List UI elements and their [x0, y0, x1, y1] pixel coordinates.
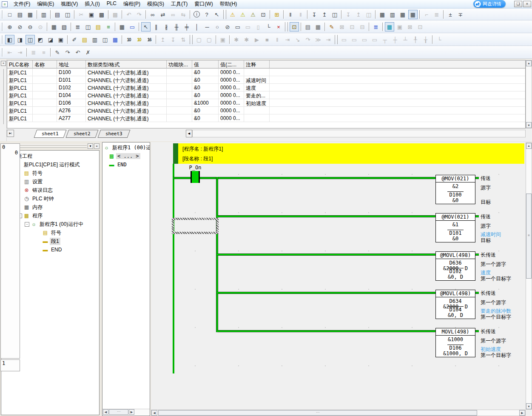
differential-trace[interactable]: ⌐ [422, 10, 431, 19]
cancel-online-edit[interactable]: ⊟ [358, 22, 367, 31]
send-online-edit[interactable]: ⊠ [337, 22, 347, 31]
watch-row[interactable]: 新PLC1 D106 CHANNEL (十六进制,通道) &1000 0000 … [7, 99, 525, 107]
mark-pen[interactable]: ✎ [53, 48, 62, 57]
sim-window-2[interactable]: ▢ [205, 35, 214, 44]
force-cancel-all[interactable]: ⇅ [179, 35, 188, 44]
wire-tool-3[interactable]: ┴ [401, 35, 410, 44]
replace[interactable]: ⇄ [158, 10, 168, 19]
toggle-project-workspace[interactable]: ◧ [5, 35, 14, 44]
open-file[interactable]: ▤ [15, 10, 25, 19]
swap-reverse[interactable]: ↶ [73, 48, 83, 57]
menu-item[interactable]: PLC [103, 0, 120, 9]
column-header-comment[interactable]: 注释 [244, 60, 270, 68]
align-list-2[interactable]: ≡ [39, 48, 48, 57]
sim-scan-run[interactable]: ⇥ [324, 35, 333, 44]
watch-row[interactable]: 新PLC1 D100 CHANNEL (十六进制,通道) &0 0000 0..… [7, 68, 525, 76]
scroll-thumb[interactable]: ≡ [526, 194, 532, 279]
sheet-tab[interactable]: sheet1 [34, 130, 67, 138]
hr-edit-3[interactable]: ⊡ [415, 22, 425, 31]
instruction-box[interactable]: @MOVL(498) D636 &2000, D D102 &0, D [435, 251, 475, 281]
wire-tool-5[interactable]: ╁ [421, 35, 430, 44]
transfer-to-plc[interactable]: ↧ [310, 10, 319, 19]
data-trace-window[interactable]: ▦ [398, 10, 407, 19]
wire-return[interactable]: └ [435, 35, 444, 44]
show-properties[interactable]: ▣ [56, 35, 65, 44]
zoom-in[interactable]: ⊕ [5, 22, 14, 31]
compare-with-plc[interactable]: ◫ [330, 10, 339, 19]
tab-scroll-left-button[interactable]: ◀ [186, 130, 192, 137]
io-condition-4[interactable]: ▭ [370, 35, 379, 44]
new-closed-coil[interactable]: ⊘ [223, 22, 232, 31]
workspace-dropdown-button[interactable]: ▾ [88, 143, 93, 149]
sim-continuous-step[interactable]: ≫ [313, 35, 323, 44]
scroll-left-button[interactable]: ◀ [103, 409, 108, 415]
transfer-from-plc[interactable]: ↥ [320, 10, 329, 19]
select-tool[interactable]: ↖ [141, 22, 151, 31]
toggle-monitoring[interactable]: ⊡ [290, 22, 299, 31]
new-file[interactable]: □ [5, 10, 14, 19]
online-check[interactable]: ⚠ [248, 10, 258, 19]
tree-expand-box[interactable]: - [25, 222, 29, 227]
io-condition-1[interactable]: ▭ [339, 35, 349, 44]
ladder-horizontal-scrollbar[interactable]: ◀ ⋯ ▶ [151, 410, 526, 416]
force-on[interactable]: ↥ [158, 35, 168, 44]
scroll-up-button[interactable]: ▲ [526, 60, 532, 66]
mdi-close-button[interactable]: × [523, 1, 531, 7]
symbol-browser[interactable]: ≣ [371, 22, 381, 31]
online-edit-go[interactable]: ⊡ [347, 22, 357, 31]
sim-window-1[interactable]: ▢ [194, 35, 204, 44]
instruction-box[interactable]: @MOV(021) &1 D101 &0 [435, 213, 475, 242]
sim-run[interactable]: ▶ [252, 35, 262, 44]
address-reference-tool[interactable]: ≡ [104, 22, 113, 31]
column-header-function-block[interactable]: 功能块... [167, 60, 192, 68]
time-chart-monitor[interactable]: ≣ [432, 10, 441, 19]
scroll-thumb[interactable]: ⋯ [109, 409, 128, 415]
rung-margin-box[interactable]: 0 0 [0, 143, 20, 359]
tab-scrollbar-track[interactable] [192, 130, 526, 137]
column-header-value-binary[interactable]: 值(二... [219, 60, 244, 68]
new-vertical-line[interactable]: │ [192, 22, 202, 31]
cut[interactable]: ✂ [77, 10, 86, 19]
section-pane-hscrollbar[interactable]: ◀ ⋯ ▶ [102, 409, 150, 415]
sheet-tab[interactable]: sheet2 [65, 130, 98, 138]
align-list-1[interactable]: ≣ [29, 48, 38, 57]
io-table-window[interactable]: ▦ [378, 10, 387, 19]
force-set[interactable]: ± [446, 10, 455, 19]
new-or-closed-contact[interactable]: ╪ [182, 22, 191, 31]
column-header-plc-name[interactable]: PLC名称 [7, 60, 33, 68]
ladder-edit-cursor[interactable] [172, 218, 219, 234]
column-header-name[interactable]: 名称 [33, 60, 57, 68]
show-rung-annotations[interactable]: ≣ [73, 22, 83, 31]
normally-open-contact[interactable] [191, 171, 200, 183]
section-item[interactable]: ▩ < ... > [102, 152, 150, 160]
watch-row[interactable]: 新PLC1 D104 CHANNEL (十六进制,通道) &0 0000 0..… [7, 91, 525, 99]
help[interactable]: ? [202, 10, 211, 19]
zoom-custom[interactable]: ⊘ [15, 22, 25, 31]
new-inverted-instruction[interactable]: ▭ [243, 22, 253, 31]
rung-margin-box[interactable]: 1 [0, 359, 20, 371]
io-comment-view[interactable]: ▥ [90, 35, 100, 44]
save-file[interactable]: ▦ [26, 10, 35, 19]
new-contact[interactable]: ∥ [151, 22, 161, 31]
print[interactable]: ▤ [53, 10, 62, 19]
compile-program[interactable]: ⚠ [228, 10, 237, 19]
online-edit-rungs[interactable]: ✎ [327, 22, 336, 31]
rung-comment[interactable]: ▧ [60, 22, 69, 31]
hr-monitor[interactable]: ▦ [385, 22, 394, 31]
dialog-view-1[interactable]: ◫ [100, 35, 110, 44]
toggle-watch-window[interactable]: ◫ [26, 35, 35, 44]
find-next[interactable]: ∞ [168, 10, 178, 19]
clock-pulses[interactable]: ▦ [313, 22, 323, 31]
pause[interactable]: ‖ [296, 10, 305, 19]
sma-display[interactable]: ▦ [117, 22, 127, 31]
io-condition-2[interactable]: ▭ [350, 35, 359, 44]
watch-drag-grip[interactable] [3, 69, 4, 124]
menu-item[interactable]: 帮助(H) [216, 0, 241, 9]
redo[interactable]: ↷ [134, 10, 144, 19]
new-coil[interactable]: ○ [213, 22, 222, 31]
hr-edit-1[interactable]: ▣ [395, 22, 404, 31]
watch-vertical-scrollbar[interactable]: ▲ ▼ [526, 60, 532, 128]
sim-break-1[interactable]: ✱ [232, 35, 241, 44]
properties-info[interactable]: i [193, 11, 200, 17]
scroll-down-button[interactable]: ▼ [526, 122, 532, 128]
